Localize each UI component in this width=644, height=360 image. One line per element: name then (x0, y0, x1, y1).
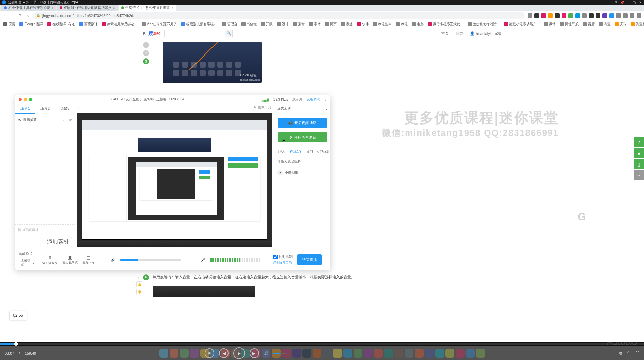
output-volume-slider[interactable] (120, 259, 181, 261)
bookmark-item[interactable]: 网页 (325, 22, 337, 27)
bookmark-item[interactable]: 微信息怎样消防… (468, 22, 500, 27)
bookmark-item[interactable]: 网址导航 (560, 22, 579, 27)
start-audio-call-button[interactable]: 🎙开启语音通话 (278, 132, 327, 142)
tab-close-icon[interactable]: × (51, 6, 53, 10)
bookmark-item[interactable]: 开眼 (261, 22, 273, 27)
scene-tab[interactable]: 场景2 (35, 104, 55, 114)
bookmark-item[interactable]: 微信小程序功能介… (504, 22, 540, 27)
extension-icon[interactable] (568, 13, 573, 18)
bookmark-item[interactable]: Google 翻译 (19, 22, 43, 27)
jingyan-logo[interactable]: Bai 度 经验 (143, 30, 162, 37)
pip-icon[interactable]: ⧉ (619, 351, 622, 356)
bookmark-item[interactable]: 书签栏 (241, 22, 257, 27)
bookmark-item[interactable]: 泰迪 (341, 22, 353, 27)
player-caret-icon[interactable]: ▾ (23, 1, 25, 4)
painter-label[interactable]: 画家工具 (258, 105, 271, 110)
player-maximize-icon[interactable]: ▢ (632, 1, 636, 4)
jingyan-nav-item[interactable]: 首页 (441, 31, 449, 36)
bookmark-item[interactable]: 教程 (396, 22, 408, 27)
player-seekbar[interactable]: ◂◂ ▸▸ (0, 342, 644, 346)
extension-icon[interactable] (555, 13, 560, 18)
mic-icon[interactable]: 🎤 (201, 258, 205, 262)
tab-close-icon[interactable]: × (171, 6, 173, 10)
seek-thumb[interactable] (14, 342, 18, 346)
record-checkbox-input[interactable] (273, 255, 278, 259)
play-button[interactable]: ▶ (233, 347, 245, 359)
nav-reload-icon[interactable]: ⟳ (18, 13, 22, 18)
speaker-icon[interactable]: 🔊 (111, 258, 115, 262)
extension-icon[interactable] (630, 13, 634, 18)
extension-icon[interactable] (582, 13, 587, 18)
nav-back-icon[interactable]: ← (3, 13, 7, 18)
move-up-icon[interactable]: ↑ (64, 118, 66, 122)
add-ppt-button[interactable]: ▤添加PPT (82, 254, 95, 265)
vote-down-button[interactable]: 👎 (136, 289, 142, 295)
browser-tab-active[interactable]: 中英·巴拉ndc怎么·变量片重要× (119, 5, 176, 11)
watch-link[interactable]: 观看页 (292, 97, 302, 102)
rail-fav-button[interactable]: ★ (634, 148, 644, 158)
bookmark-item[interactable]: 教程指南 (373, 22, 392, 27)
record-dir-link[interactable]: 录制文件目录 (273, 261, 292, 265)
bookmark-item[interactable]: 电影 (412, 22, 424, 27)
bookmark-item[interactable]: 软件 (357, 22, 369, 27)
player-close-icon[interactable]: ✕ (639, 1, 642, 4)
extension-icon[interactable] (548, 13, 553, 18)
prev-button[interactable]: |◀ (219, 348, 229, 358)
nav-home-icon[interactable]: ⌂ (25, 13, 30, 18)
tab-close-icon[interactable]: × (113, 6, 115, 10)
member-item[interactable]: ◔ 小妖烟纸 (277, 170, 328, 175)
player-minimize-icon[interactable]: — (626, 1, 630, 4)
volume-slider[interactable] (273, 353, 287, 354)
fullscreen-icon[interactable]: ⛶ (61, 118, 64, 122)
extension-icon[interactable] (609, 13, 614, 18)
subtitle-icon[interactable]: 字 (627, 351, 631, 356)
start-video-call-button[interactable]: 📹开启视频通话 (278, 118, 327, 128)
extension-icon[interactable] (534, 13, 539, 18)
collapse-sidebar-icon[interactable]: « (78, 106, 80, 109)
bookmark-item[interactable]: 淘宝 (599, 22, 611, 27)
add-material-button[interactable]: +添加素材 (40, 237, 72, 247)
bookmark-item[interactable]: Mac任何来源不见了 (142, 22, 177, 27)
delete-icon[interactable]: 🗑 (69, 118, 72, 122)
move-down-icon[interactable]: ↓ (67, 118, 68, 122)
bookmark-item[interactable]: 素材 (293, 22, 305, 27)
nav-forward-icon[interactable]: → (10, 13, 15, 18)
extension-icon[interactable] (616, 13, 621, 18)
rail-top-button[interactable]: ︿ (634, 170, 644, 180)
jingyan-search-button[interactable]: 🔍 (225, 30, 232, 37)
volume-icon[interactable]: 🔊 (264, 351, 269, 356)
player-pin-icon[interactable]: 📌 (620, 1, 624, 4)
jingyan-nav-item[interactable]: 分类 (456, 31, 463, 36)
extension-icon[interactable] (623, 13, 628, 18)
member-search-input[interactable] (277, 158, 328, 165)
inter-tab-chat[interactable]: 聊天 (274, 147, 288, 156)
bookmark-item[interactable]: 在线翻译_有道 (47, 22, 75, 27)
extension-icon[interactable] (575, 13, 580, 18)
next-button[interactable]: ▶| (250, 348, 259, 358)
extension-icon[interactable] (589, 13, 594, 18)
url-bar[interactable]: 🔒 jingyan.baidu.com/article/4b52d70248f0… (33, 12, 525, 19)
extension-icon[interactable] (602, 13, 607, 18)
scene-tab[interactable]: 场景1 (15, 104, 35, 114)
browser-tab[interactable]: 双语词 · 在线练达知识 网络释义× (57, 5, 118, 11)
bookmark-item[interactable]: 徐索浩儿学员绑定… (102, 22, 138, 27)
jingyan-user[interactable]: 👤 huanlaiyizho20 (470, 31, 501, 36)
end-broadcast-button[interactable]: 结束直播 (297, 254, 322, 265)
add-screenshot-button[interactable]: ▣添加截屏源 (62, 254, 78, 265)
browser-tab[interactable]: 相关·下载工具在线视频论坛× (1, 5, 56, 11)
visibility-icon[interactable]: 👁 (18, 118, 22, 122)
inter-tab-online[interactable]: 在线(7) (288, 147, 302, 156)
bookmark-item[interactable]: 天猫 (615, 22, 627, 27)
chevron-down-icon[interactable]: ⌄ (324, 98, 327, 101)
extension-icon[interactable] (637, 13, 641, 18)
bookmark-item[interactable]: 百度 (583, 22, 595, 27)
device-test-link[interactable]: 设备调试 (307, 97, 320, 102)
record-checkbox[interactable]: 同时录制 (273, 254, 293, 259)
extension-icon[interactable] (596, 13, 600, 18)
add-camera-button[interactable]: ⌗添加摄像头 (42, 254, 58, 265)
rail-phone-button[interactable]: ▯ (634, 159, 644, 169)
bookmark-item[interactable]: 应用 (3, 22, 15, 27)
fullscreen-icon[interactable]: ⛶ (635, 351, 639, 355)
bookmark-item[interactable]: 徐索浩儿报名系统-… (181, 22, 218, 27)
rail-share-button[interactable]: ↗ (634, 137, 644, 147)
